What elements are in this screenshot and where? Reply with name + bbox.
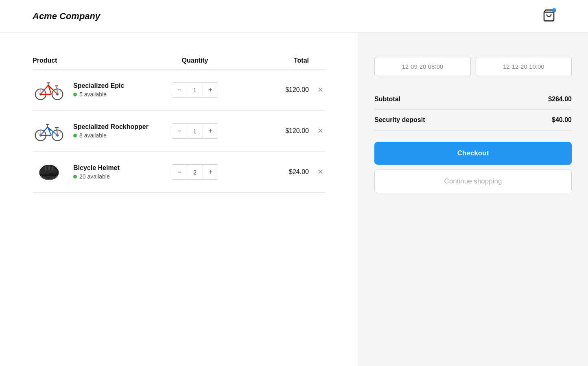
quantity-increase-rockhopper[interactable]: + <box>203 124 218 138</box>
remove-cell-helmet: ✕ <box>309 167 325 177</box>
col-quantity: Quantity <box>154 57 236 64</box>
product-cell-rockhopper: Specialized Rockhopper 8 available <box>33 119 154 143</box>
table-row: Specialized Rockhopper 8 available − 1 +… <box>33 111 325 152</box>
svg-line-37 <box>57 131 61 135</box>
cart-button[interactable] <box>542 9 555 24</box>
main-layout: Product Quantity Total <box>0 33 588 366</box>
page-header: Acme Company <box>0 0 588 33</box>
svg-rect-41 <box>48 166 50 170</box>
subtotal-value: $264.00 <box>548 96 572 103</box>
product-cell-helmet: Bicycle Helmet 20 available <box>33 160 154 184</box>
svg-line-35 <box>37 131 40 135</box>
continue-shopping-button[interactable]: Continue shopping <box>374 170 572 193</box>
availability-dot-epic <box>73 93 77 96</box>
quantity-increase-epic[interactable]: + <box>203 83 218 97</box>
remove-cell-epic: ✕ <box>309 85 325 95</box>
svg-line-15 <box>40 90 44 94</box>
total-cell-helmet: $24.00 <box>236 168 309 176</box>
deposit-row: Security deposit $40.00 <box>374 110 572 131</box>
quantity-decrease-rockhopper[interactable]: − <box>172 124 187 138</box>
deposit-value: $40.00 <box>552 116 572 124</box>
quantity-value-helmet: 2 <box>187 165 203 179</box>
product-info-helmet: Bicycle Helmet 20 available <box>73 164 120 180</box>
quantity-cell-rockhopper: − 1 + <box>154 123 236 139</box>
svg-line-34 <box>40 131 44 135</box>
svg-line-16 <box>37 90 40 94</box>
quantity-value-epic: 1 <box>187 83 203 97</box>
quantity-decrease-helmet[interactable]: − <box>172 165 187 179</box>
remove-button-rockhopper[interactable]: ✕ <box>316 126 325 136</box>
quantity-cell-epic: − 1 + <box>154 82 236 98</box>
subtotal-label: Subtotal <box>374 96 400 103</box>
company-logo: Acme Company <box>33 11 100 22</box>
subtotal-row: Subtotal $264.00 <box>374 89 572 110</box>
total-cell-rockhopper: $120.00 <box>236 127 309 135</box>
availability-dot-helmet <box>73 175 77 179</box>
start-date-input[interactable]: 12-09-20 08:00 <box>374 57 471 76</box>
svg-line-18 <box>57 90 61 94</box>
col-remove <box>309 57 325 64</box>
quantity-stepper-epic: − 1 + <box>172 82 218 98</box>
product-name-rockhopper: Specialized Rockhopper <box>73 123 149 131</box>
quantity-value-rockhopper: 1 <box>187 124 203 138</box>
product-availability-rockhopper: 8 available <box>73 132 149 139</box>
total-cell-epic: $120.00 <box>236 86 309 94</box>
remove-cell-rockhopper: ✕ <box>309 126 325 136</box>
product-cell-epic: Specialized Epic 5 available <box>33 78 154 102</box>
remove-button-epic[interactable]: ✕ <box>316 85 325 95</box>
product-image-helmet <box>33 160 65 184</box>
table-header: Product Quantity Total <box>33 57 325 70</box>
order-summary-panel: 12-09-20 08:00 12-12-20 10:00 Subtotal $… <box>358 33 588 366</box>
product-image-epic <box>33 78 65 102</box>
cart-badge <box>552 8 556 12</box>
svg-rect-40 <box>45 166 46 170</box>
quantity-increase-helmet[interactable]: + <box>203 165 218 179</box>
quantity-stepper-rockhopper: − 1 + <box>172 123 218 139</box>
product-name-helmet: Bicycle Helmet <box>73 164 120 172</box>
remove-button-helmet[interactable]: ✕ <box>316 167 325 177</box>
quantity-decrease-epic[interactable]: − <box>172 83 187 97</box>
table-row: Specialized Epic 5 available − 1 + $120.… <box>33 70 325 111</box>
product-info-epic: Specialized Epic 5 available <box>73 82 124 98</box>
product-availability-epic: 5 available <box>73 91 124 98</box>
table-row: Bicycle Helmet 20 available − 2 + $24.00… <box>33 152 325 193</box>
end-date-input[interactable]: 12-12-20 10:00 <box>476 57 572 76</box>
availability-dot-rockhopper <box>73 134 77 137</box>
date-row: 12-09-20 08:00 12-12-20 10:00 <box>374 57 572 76</box>
cart-panel: Product Quantity Total <box>0 33 358 366</box>
product-name-epic: Specialized Epic <box>73 82 124 89</box>
product-info-rockhopper: Specialized Rockhopper 8 available <box>73 123 149 139</box>
deposit-label: Security deposit <box>374 116 425 124</box>
product-availability-helmet: 20 available <box>73 173 120 180</box>
checkout-button[interactable]: Checkout <box>374 142 572 165</box>
svg-rect-42 <box>52 166 53 170</box>
quantity-cell-helmet: − 2 + <box>154 164 236 180</box>
col-total: Total <box>236 57 309 64</box>
quantity-stepper-helmet: − 2 + <box>172 164 218 180</box>
product-image-rockhopper <box>33 119 65 143</box>
col-product: Product <box>33 57 154 64</box>
